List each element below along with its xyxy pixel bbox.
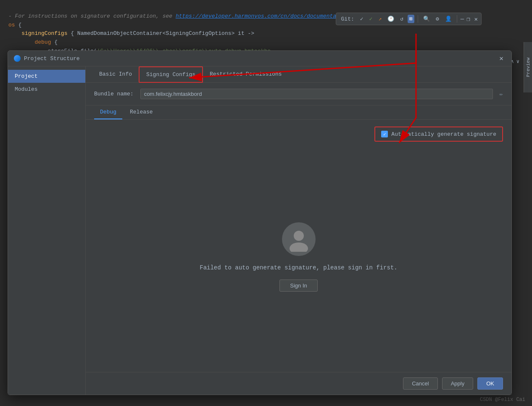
sidebar-item-project[interactable]: Project <box>8 70 85 83</box>
apply-button[interactable]: Apply <box>442 377 474 390</box>
dialog-close-button[interactable]: ✕ <box>497 54 506 63</box>
tab-restricted-permissions[interactable]: Restricted Permissions <box>203 67 289 82</box>
sub-tab-release[interactable]: Release <box>124 105 159 119</box>
git-history[interactable]: 🕐 <box>386 15 396 23</box>
git-check1[interactable]: ✓ <box>358 15 365 23</box>
bundle-name-row: Bundle name: ✏ <box>86 83 511 105</box>
ok-button[interactable]: OK <box>477 377 503 390</box>
auto-sign-box: ✓ Automatically generate signature <box>374 127 503 142</box>
dialog-titlebar: Project Structure ✕ <box>8 51 511 66</box>
edit-icon[interactable]: ✏ <box>500 90 503 98</box>
preview-sidebar[interactable]: Preview <box>524 42 532 92</box>
search-icon[interactable]: 🔍 <box>421 15 432 23</box>
settings-icon[interactable]: ⚙ <box>434 15 441 23</box>
separator2 <box>457 15 457 23</box>
dialog-title-text: Project Structure <box>24 55 80 62</box>
dialog-body: Project Modules Basic Info Signing Confi… <box>8 66 511 395</box>
bundle-name-input[interactable] <box>140 89 493 99</box>
cancel-button[interactable]: Cancel <box>403 377 437 390</box>
git-toolbar: Git: ✓ ✓ ↗ 🕐 ↺ ⊞ 🔍 ⚙ 👤 — ❐ ✕ <box>336 13 482 25</box>
tab-signing-configs[interactable]: Signing Configs <box>139 66 203 83</box>
avatar-svg <box>286 227 311 252</box>
collapse-icon[interactable]: ∨ <box>516 58 519 65</box>
avatar-icon <box>282 222 316 256</box>
main-content: Basic Info Signing Configs Restricted Pe… <box>86 66 511 395</box>
bundle-name-label: Bundle name: <box>94 91 134 97</box>
signing-content: ✓ Automatically generate signature Faile… <box>86 120 511 372</box>
tab-bar: Basic Info Signing Configs Restricted Pe… <box>86 66 511 83</box>
git-revert[interactable]: ↺ <box>398 15 405 23</box>
dialog-footer: Cancel Apply OK <box>86 372 511 395</box>
dialog-logo-icon <box>14 55 21 62</box>
center-area: Failed to auto generate signature, pleas… <box>94 148 503 365</box>
git-label: Git: <box>340 15 356 23</box>
git-branch[interactable]: ⊞ <box>408 15 414 23</box>
watermark: CSDN @Felix Cai <box>480 397 525 403</box>
sub-tab-debug[interactable]: Debug <box>94 105 122 119</box>
restore-button[interactable]: ❐ <box>466 16 470 23</box>
toolbar-close-button[interactable]: ✕ <box>474 16 478 23</box>
user-icon[interactable]: 👤 <box>443 15 453 23</box>
tab-basic-info[interactable]: Basic Info <box>92 67 139 82</box>
svg-point-1 <box>290 243 308 252</box>
separator1 <box>418 15 418 23</box>
left-sidebar: Project Modules <box>8 66 86 395</box>
sidebar-item-modules[interactable]: Modules <box>8 83 85 96</box>
auto-sign-label: Automatically generate signature <box>391 131 496 137</box>
git-arrow[interactable]: ↗ <box>377 15 383 23</box>
svg-point-0 <box>294 231 304 241</box>
sub-tab-bar: Debug Release <box>86 105 511 120</box>
dialog-title: Project Structure <box>14 55 80 62</box>
auto-sign-container: ✓ Automatically generate signature <box>94 127 503 142</box>
sign-in-button[interactable]: Sign In <box>279 279 317 292</box>
preview-label: Preview <box>526 58 531 77</box>
auto-sign-checkbox[interactable]: ✓ <box>381 131 388 137</box>
error-message: Failed to auto generate signature, pleas… <box>200 264 397 271</box>
minimize-button[interactable]: — <box>461 16 464 22</box>
project-structure-dialog: Project Structure ✕ Project Modules Basi… <box>8 50 512 395</box>
git-check2[interactable]: ✓ <box>368 15 374 23</box>
